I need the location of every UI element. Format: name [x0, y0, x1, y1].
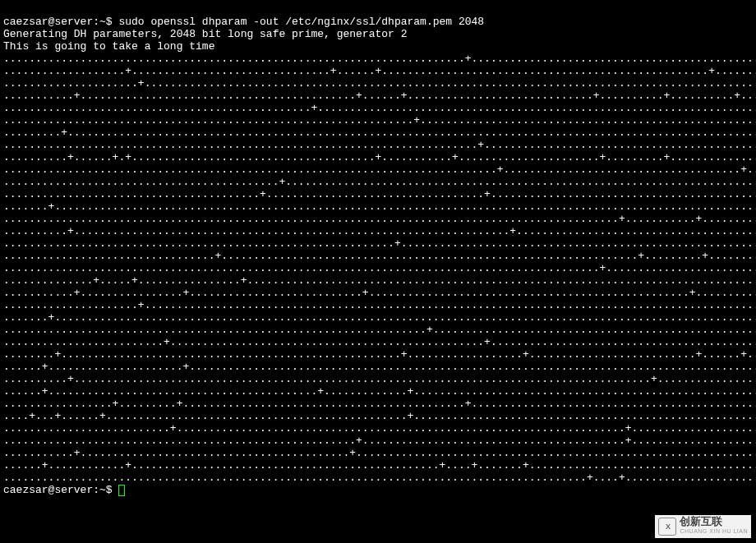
progress-line: .....................+..................…: [3, 299, 756, 311]
output-line-3: This is going to take a long time: [3, 40, 214, 53]
output-line-2: Generating DH parameters, 2048 bit long …: [3, 28, 407, 40]
progress-line: ...................+....................…: [3, 65, 756, 77]
progress-line: .................+.........+............…: [3, 398, 756, 410]
progress-line: .....................+..................…: [3, 77, 756, 90]
watermark-main: 创新互联: [680, 517, 748, 527]
prompt-1: caezsar@server:~$: [3, 16, 118, 28]
progress-line: ........................................…: [3, 324, 756, 336]
prompt-line-1: caezsar@server:~$ sudo openssl dhparam -…: [3, 16, 484, 28]
cursor[interactable]: [118, 485, 125, 496]
progress-line: ........+...............................…: [3, 348, 756, 361]
progress-line: ........................................…: [3, 472, 756, 484]
prompt-line-end: caezsar@server:~$: [3, 484, 125, 496]
progress-line: ..........+......+.+....................…: [3, 151, 756, 163]
prompt-2: caezsar@server:~$: [3, 484, 118, 496]
progress-line: ..........+.............................…: [3, 225, 756, 237]
progress-line: ...........+............................…: [3, 447, 756, 459]
progress-line: ........................................…: [3, 53, 756, 65]
progress-line: .................................+......…: [3, 250, 756, 262]
progress-line: ........................................…: [3, 237, 756, 250]
progress-line: ......+............+....................…: [3, 459, 756, 472]
command-1: sudo openssl dhparam -out /etc/nginx/ssl…: [118, 16, 484, 28]
progress-line: ........................................…: [3, 262, 756, 274]
progress-line: ........................................…: [3, 139, 756, 151]
progress-line: ........................................…: [3, 163, 756, 176]
progress-line: ......+.....................+...........…: [3, 361, 756, 373]
progress-line: .........................+..............…: [3, 336, 756, 348]
progress-line: ........................................…: [3, 102, 756, 114]
progress-line: .......+................................…: [3, 311, 756, 324]
progress-line: .........+..............................…: [3, 127, 756, 139]
progress-line: ...........+............................…: [3, 90, 756, 102]
progress-line: ......+.................................…: [3, 385, 756, 398]
progress-line: ..........+.............................…: [3, 373, 756, 385]
progress-line: ..........................+.............…: [3, 422, 756, 435]
progress-line: ........................................…: [3, 435, 756, 447]
progress-line: ..............+.....+................+..…: [3, 274, 756, 287]
progress-line: ....+...+......+........................…: [3, 410, 756, 422]
progress-line: .......+................................…: [3, 200, 756, 213]
watermark-sub: CHUANG XIN HU LIAN: [680, 527, 748, 536]
watermark-logo-icon: X: [658, 518, 676, 536]
progress-line: ........................................…: [3, 114, 756, 127]
watermark-text: 创新互联 CHUANG XIN HU LIAN: [680, 517, 748, 536]
terminal-output[interactable]: caezsar@server:~$ sudo openssl dhparam -…: [3, 3, 753, 496]
progress-line: ...........+................+...........…: [3, 287, 756, 299]
progress-line: ........................................…: [3, 213, 756, 225]
watermark: X 创新互联 CHUANG XIN HU LIAN: [655, 515, 751, 538]
progress-line: ........................................…: [3, 176, 756, 188]
progress-line: ........................................…: [3, 188, 756, 200]
